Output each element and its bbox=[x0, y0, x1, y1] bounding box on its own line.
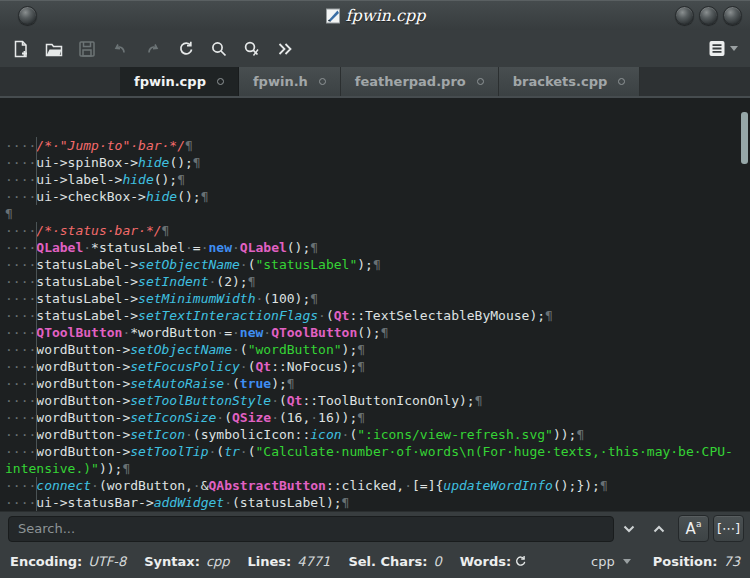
titlebar: fpwin.cpp bbox=[0, 0, 750, 30]
code-line: ····statusLabel->setMinimumWidth·(100);¶ bbox=[5, 290, 750, 307]
tab-fpwin-cpp[interactable]: fpwin.cpp bbox=[120, 67, 239, 96]
code-line: ····ui->checkBox->hide();¶ bbox=[5, 188, 750, 205]
code-area[interactable]: ····/*·"Jump·to"·bar·*/¶····ui->spinBox-… bbox=[0, 98, 750, 511]
save-icon[interactable] bbox=[76, 38, 98, 60]
whole-word-button[interactable]: [⋯] bbox=[713, 515, 744, 542]
tab-close-icon[interactable] bbox=[477, 78, 484, 85]
tab-close-icon[interactable] bbox=[217, 78, 224, 85]
code-lines: ····/*·"Jump·to"·bar·*/¶····ui->spinBox-… bbox=[5, 137, 750, 511]
position-field: Position: 73 bbox=[653, 554, 740, 569]
tab-label: brackets.cpp bbox=[513, 74, 608, 89]
code-line: ····wordButton->setToolTip·(tr·("Calcula… bbox=[5, 443, 750, 460]
tab-label: featherpad.pro bbox=[355, 74, 466, 89]
code-line: ····wordButton->setAutoRaise·(true);¶ bbox=[5, 375, 750, 392]
tab-label: fpwin.cpp bbox=[134, 74, 206, 89]
find-previous-icon[interactable] bbox=[644, 516, 674, 542]
code-line: ····wordButton->setToolButtonStyle·(Qt::… bbox=[5, 392, 750, 409]
find-next-icon[interactable] bbox=[614, 516, 644, 542]
close-button[interactable] bbox=[723, 6, 742, 25]
app-window: fpwin.cpp bbox=[0, 0, 750, 578]
words-field: Words: bbox=[460, 554, 528, 569]
minimize-button[interactable] bbox=[675, 6, 694, 25]
toolbar bbox=[0, 30, 750, 67]
window-menu-button[interactable] bbox=[18, 6, 37, 25]
code-line: ····ui->statusBar->addWidget·(statusLabe… bbox=[5, 494, 750, 511]
match-case-button[interactable]: Aa bbox=[678, 515, 709, 542]
reload-icon[interactable] bbox=[175, 38, 197, 60]
code-line: ····wordButton->setIconSize·(QSize·(16,·… bbox=[5, 409, 750, 426]
code-line: ····QLabel·*statusLabel·=·new·QLabel();¶ bbox=[5, 239, 750, 256]
tabbar: fpwin.cpp fpwin.h featherpad.pro bracket… bbox=[0, 67, 750, 98]
tab-featherpad-pro[interactable]: featherpad.pro bbox=[341, 67, 499, 96]
encoding-field: Encoding: UTF-8 bbox=[10, 554, 126, 569]
code-line: ····ui->spinBox->hide();¶ bbox=[5, 154, 750, 171]
find-replace-icon[interactable] bbox=[241, 38, 263, 60]
search-bar: Aa [⋯] bbox=[0, 511, 750, 545]
sel-chars-field: Sel. Chars: 0 bbox=[348, 554, 441, 569]
code-line: ¶ bbox=[5, 205, 750, 222]
menu-caret-icon bbox=[730, 46, 738, 51]
undo-icon[interactable] bbox=[109, 38, 131, 60]
code-line: intensive.)"));¶ bbox=[5, 460, 750, 477]
search-icon[interactable] bbox=[208, 38, 230, 60]
code-line: ····statusLabel->setIndent·(2);¶ bbox=[5, 273, 750, 290]
main-menu-button[interactable] bbox=[708, 39, 738, 58]
tab-brackets-cpp[interactable]: brackets.cpp bbox=[499, 67, 641, 96]
jump-to-icon[interactable] bbox=[274, 38, 296, 60]
search-input[interactable] bbox=[8, 516, 614, 542]
code-line: ····connect·(wordButton,·&QAbstractButto… bbox=[5, 477, 750, 494]
window-title-wrap: fpwin.cpp bbox=[325, 6, 426, 25]
redo-icon[interactable] bbox=[142, 38, 164, 60]
code-line: ····QToolButton·*wordButton·=·new·QToolB… bbox=[5, 324, 750, 341]
app-icon bbox=[325, 8, 341, 24]
match-case-sup: a bbox=[696, 519, 702, 529]
code-line: ····/*·"Jump·to"·bar·*/¶ bbox=[5, 137, 750, 154]
whole-word-label: [⋯] bbox=[717, 521, 740, 536]
syntax-field: Syntax: cpp bbox=[144, 554, 229, 569]
code-line: ····ui->label->hide();¶ bbox=[5, 171, 750, 188]
new-file-icon[interactable] bbox=[10, 38, 32, 60]
code-line: ····wordButton->setIcon·(symbolicIcon::i… bbox=[5, 426, 750, 443]
tab-label: fpwin.h bbox=[253, 74, 308, 89]
tab-close-icon[interactable] bbox=[319, 78, 326, 85]
syntax-selector-value: cpp bbox=[591, 554, 615, 569]
syntax-selector-caret-icon bbox=[623, 559, 631, 564]
tab-close-icon[interactable] bbox=[618, 78, 625, 85]
syntax-selector[interactable]: cpp bbox=[591, 554, 631, 569]
open-file-icon[interactable] bbox=[43, 38, 65, 60]
code-line: ····statusLabel->setObjectName·("statusL… bbox=[5, 256, 750, 273]
code-line: ····wordButton->setFocusPolicy·(Qt::NoFo… bbox=[5, 358, 750, 375]
tab-fpwin-h[interactable]: fpwin.h bbox=[239, 67, 341, 96]
window-title: fpwin.cpp bbox=[346, 6, 426, 25]
menu-icon bbox=[708, 39, 727, 58]
match-case-label: A bbox=[686, 520, 696, 538]
words-refresh-icon[interactable] bbox=[513, 554, 528, 569]
vertical-scrollbar[interactable] bbox=[741, 112, 748, 164]
status-bar: Encoding: UTF-8 Syntax: cpp Lines: 4771 … bbox=[0, 545, 750, 578]
code-line: ····statusLabel->setTextInteractionFlags… bbox=[5, 307, 750, 324]
code-line: ····wordButton->setObjectName·("wordButt… bbox=[5, 341, 750, 358]
maximize-button[interactable] bbox=[699, 6, 718, 25]
lines-field: Lines: 4771 bbox=[248, 554, 331, 569]
code-line: ····/*·status·bar·*/¶ bbox=[5, 222, 750, 239]
